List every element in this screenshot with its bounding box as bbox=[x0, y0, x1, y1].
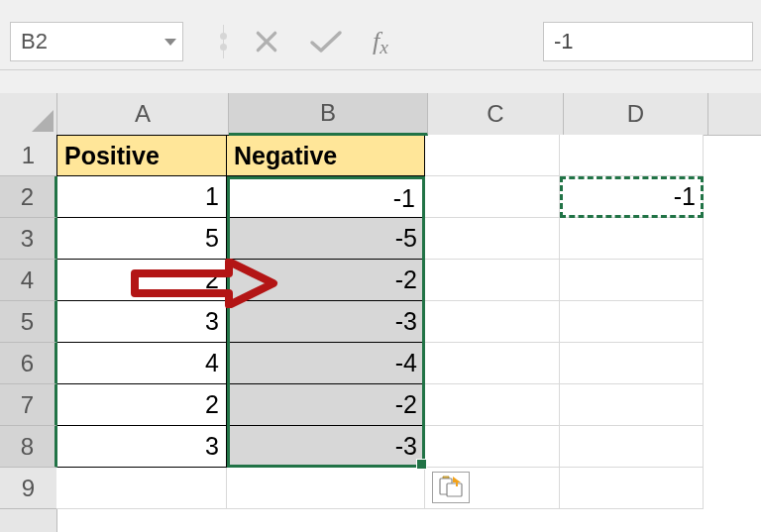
cell-C3[interactable] bbox=[425, 218, 560, 260]
check-icon[interactable] bbox=[309, 29, 343, 54]
chevron-down-icon[interactable] bbox=[164, 39, 176, 46]
row-header-4[interactable]: 4 bbox=[0, 260, 57, 301]
paste-options-button[interactable] bbox=[432, 472, 470, 503]
cell-B9[interactable] bbox=[227, 468, 425, 509]
name-box[interactable]: B2 bbox=[10, 22, 183, 61]
cell-C7[interactable] bbox=[425, 384, 560, 426]
cell-C6[interactable] bbox=[425, 343, 560, 384]
formula-controls: fx bbox=[223, 22, 388, 61]
column-header-C[interactable]: C bbox=[428, 93, 564, 135]
cell-C1[interactable] bbox=[425, 135, 560, 176]
cell-C8[interactable] bbox=[425, 426, 560, 468]
cell-B5[interactable]: -3 bbox=[227, 301, 425, 343]
active-cell: -1 bbox=[230, 179, 422, 217]
spreadsheet-grid: A B C D 1 2 3 4 5 6 7 8 9 Positive Negat… bbox=[0, 93, 761, 532]
column-header-D[interactable]: D bbox=[564, 93, 708, 135]
separator-icon bbox=[223, 25, 224, 58]
cell-B7[interactable]: -2 bbox=[227, 384, 425, 426]
column-header-B[interactable]: B bbox=[229, 93, 428, 136]
column-header-A[interactable]: A bbox=[57, 93, 229, 135]
formula-bar-input[interactable]: -1 bbox=[543, 22, 753, 61]
cell-D3[interactable] bbox=[560, 218, 704, 260]
row-header-9[interactable]: 9 bbox=[0, 468, 56, 509]
cell-A2[interactable]: 1 bbox=[56, 176, 227, 218]
cancel-icon[interactable] bbox=[254, 29, 279, 54]
name-box-value: B2 bbox=[21, 29, 48, 54]
cell-D6[interactable] bbox=[560, 343, 704, 384]
cell-A8[interactable]: 3 bbox=[56, 426, 227, 468]
cell-D2[interactable]: -1 bbox=[560, 176, 704, 218]
cell-A6[interactable]: 4 bbox=[56, 343, 227, 384]
cell-B8[interactable]: -3 bbox=[227, 426, 425, 468]
cell-A5[interactable]: 3 bbox=[56, 301, 227, 343]
cell-A4[interactable]: 2 bbox=[56, 260, 227, 301]
cell-D1[interactable] bbox=[560, 135, 704, 176]
cell-D5[interactable] bbox=[560, 301, 704, 343]
cell-B1[interactable]: Negative bbox=[227, 135, 425, 176]
cell-A7[interactable]: 2 bbox=[56, 384, 227, 426]
cell-B6[interactable]: -4 bbox=[227, 343, 425, 384]
cell-C4[interactable] bbox=[425, 260, 560, 301]
row-header-6[interactable]: 6 bbox=[0, 343, 57, 384]
row-header-3[interactable]: 3 bbox=[0, 218, 57, 260]
row-header-1[interactable]: 1 bbox=[0, 135, 56, 176]
cell-D8[interactable] bbox=[560, 426, 704, 468]
cell-A9[interactable] bbox=[56, 468, 227, 509]
cells-area: Positive Negative 1 -1 -1 5 -5 2 -2 3 -3… bbox=[56, 135, 761, 532]
select-all-triangle[interactable] bbox=[0, 93, 57, 135]
row-header-2[interactable]: 2 bbox=[0, 176, 57, 218]
row-headers: 1 2 3 4 5 6 7 8 9 bbox=[0, 135, 57, 532]
svg-rect-1 bbox=[447, 483, 462, 496]
cell-D9[interactable] bbox=[560, 468, 704, 509]
cell-A3[interactable]: 5 bbox=[56, 218, 227, 260]
fx-icon[interactable]: fx bbox=[373, 27, 388, 56]
row-header-7[interactable]: 7 bbox=[0, 384, 57, 426]
row-header-5[interactable]: 5 bbox=[0, 301, 57, 343]
cell-B3[interactable]: -5 bbox=[227, 218, 425, 260]
cell-C2[interactable] bbox=[425, 176, 560, 218]
formula-bar-value: -1 bbox=[554, 29, 574, 54]
cell-B4[interactable]: -2 bbox=[227, 260, 425, 301]
cell-C5[interactable] bbox=[425, 301, 560, 343]
formula-bar-area: B2 fx -1 bbox=[0, 10, 761, 70]
row-header-8[interactable]: 8 bbox=[0, 426, 57, 468]
cell-A1[interactable]: Positive bbox=[56, 135, 227, 176]
column-headers: A B C D bbox=[0, 93, 761, 136]
cell-D4[interactable] bbox=[560, 260, 704, 301]
cell-D7[interactable] bbox=[560, 384, 704, 426]
